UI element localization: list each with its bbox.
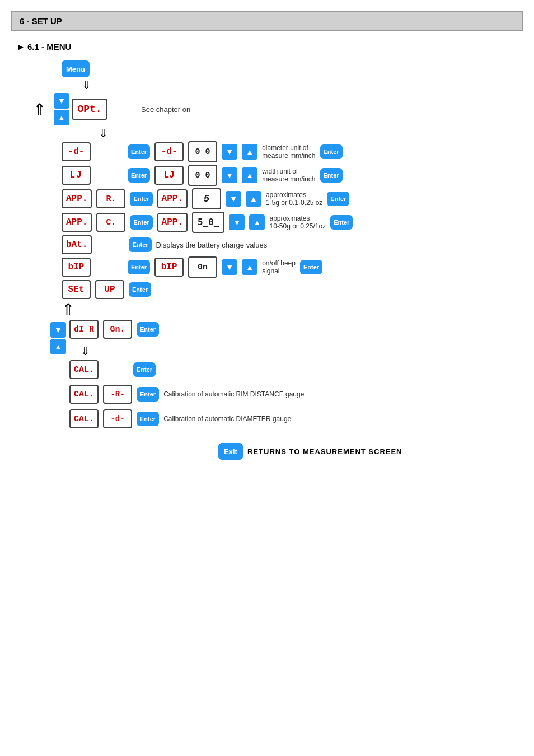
- app-c-enter-btn2[interactable]: Enter: [330, 215, 353, 230]
- width-label: width unit ofmeasure mm/inch: [262, 167, 315, 183]
- diam-down-btn[interactable]: ▼: [222, 144, 237, 160]
- app-r-num: 5: [192, 188, 221, 209]
- up-arrow-icon-2: ⇑: [62, 300, 74, 319]
- opt-note: See chapter on: [141, 105, 190, 114]
- cal-r-lcd2: -R-: [103, 385, 132, 404]
- bip-up-btn[interactable]: ▲: [242, 259, 257, 275]
- dir-lcd2: Gn.: [103, 320, 132, 339]
- app-c-lcd2: APP.: [157, 213, 188, 232]
- exit-label: RETURNS TO MEASUREMENT SCREEN: [247, 447, 402, 456]
- up-lcd: UP: [95, 280, 124, 299]
- bip-enter-btn2[interactable]: Enter: [300, 260, 322, 274]
- diam-enter-btn[interactable]: Enter: [128, 144, 150, 159]
- cal-r-enter-btn[interactable]: Enter: [137, 387, 159, 402]
- cal1-enter-btn[interactable]: Enter: [133, 362, 156, 377]
- dir-enter-btn[interactable]: Enter: [137, 322, 159, 337]
- app-c-down-btn[interactable]: ▼: [229, 214, 245, 230]
- cal-d-note: Calibration of automatic DIAMETER gauge: [163, 415, 291, 423]
- app-c-enter-btn[interactable]: Enter: [130, 215, 152, 230]
- nav-up-button[interactable]: ▲: [54, 110, 69, 125]
- section-title: ► 6.1 - MENU: [17, 42, 523, 52]
- bip-label: on/off beepsignal: [262, 259, 296, 275]
- opt-display: OPt.: [72, 99, 107, 120]
- app-r-up-btn[interactable]: ▲: [246, 191, 261, 207]
- app-c-label: approximates10-50g or 0.25/1oz: [269, 214, 326, 230]
- cal-d-lcd1: CAL.: [69, 409, 99, 428]
- app-c-lcd1: APP.: [62, 213, 92, 232]
- cal-r-lcd1: CAL.: [69, 385, 99, 404]
- width-enter-btn2[interactable]: Enter: [320, 168, 343, 183]
- width-enter-btn[interactable]: Enter: [128, 168, 150, 183]
- diam-lcd2: -d-: [154, 142, 184, 161]
- width-up-btn[interactable]: ▲: [242, 167, 257, 183]
- app-c-num: 5̲0̲: [192, 212, 225, 233]
- app-r-enter-btn2[interactable]: Enter: [327, 192, 349, 206]
- dir-lcd1: dI R: [69, 320, 99, 339]
- bat-lcd1: bAt.: [62, 235, 92, 254]
- up-arrow-icon: ⇑: [33, 100, 46, 119]
- page-number: -: [266, 576, 268, 582]
- bat-enter-btn[interactable]: Enter: [129, 237, 151, 252]
- cal-d-enter-btn[interactable]: Enter: [137, 412, 159, 426]
- menu-button[interactable]: Menu: [62, 60, 90, 77]
- bip-lcd1: bIP: [62, 258, 91, 277]
- width-lcd1: LJ: [62, 166, 91, 185]
- nav-down-button[interactable]: ▼: [54, 93, 69, 109]
- app-c-sub: C.: [96, 213, 125, 232]
- app-r-lcd1: APP.: [62, 189, 92, 208]
- exit-button[interactable]: Exit: [218, 443, 243, 460]
- app-r-lcd2: APP.: [157, 189, 188, 208]
- diam-lcd1: -d-: [62, 142, 91, 161]
- down-arrow-icon: ⇓: [82, 78, 91, 92]
- set-lcd: SEt: [62, 280, 91, 299]
- app-r-label: approximates1-5g or 0.1-0.25 oz: [266, 191, 322, 207]
- page-header: 6 - SET UP: [11, 11, 523, 31]
- diam-label: diameter unit ofmeasure mm/inch: [262, 144, 315, 160]
- down-arrow-icon-2: ⇓: [99, 127, 108, 139]
- sub-nav-up-btn[interactable]: ▲: [50, 339, 66, 354]
- diam-num: 0 0: [188, 141, 217, 162]
- app-r-sub: R.: [96, 189, 125, 208]
- width-lcd2: LJ: [154, 166, 184, 185]
- diagram-area: Menu ⇓ ⇑ ▼ ▲ OPt. See chapter on ⇓ -d- E…: [28, 60, 523, 564]
- cal1-lcd: CAL.: [69, 360, 99, 379]
- diam-up-btn[interactable]: ▲: [242, 144, 257, 160]
- app-r-down-btn[interactable]: ▼: [226, 191, 241, 207]
- bip-enter-btn[interactable]: Enter: [128, 260, 150, 274]
- cal-d-lcd2: -d-: [103, 409, 132, 428]
- bip-down-btn[interactable]: ▼: [222, 259, 237, 275]
- diam-enter-btn2[interactable]: Enter: [320, 144, 343, 159]
- cal-r-note: Calibration of automatic RIM DISTANCE ga…: [163, 390, 304, 398]
- app-c-up-btn[interactable]: ▲: [249, 214, 265, 230]
- sub-nav-down-btn[interactable]: ▼: [50, 322, 66, 338]
- bip-lcd2: bIP: [154, 258, 184, 277]
- down-arrow-icon-3: ⇓: [81, 345, 90, 357]
- width-down-btn[interactable]: ▼: [222, 167, 237, 183]
- bip-num: 0n: [188, 256, 217, 278]
- width-num: 0 0: [188, 165, 217, 186]
- bat-note: Displays the battery charge values: [156, 241, 268, 249]
- app-r-enter-btn[interactable]: Enter: [130, 192, 152, 206]
- set-enter-btn[interactable]: Enter: [129, 282, 151, 297]
